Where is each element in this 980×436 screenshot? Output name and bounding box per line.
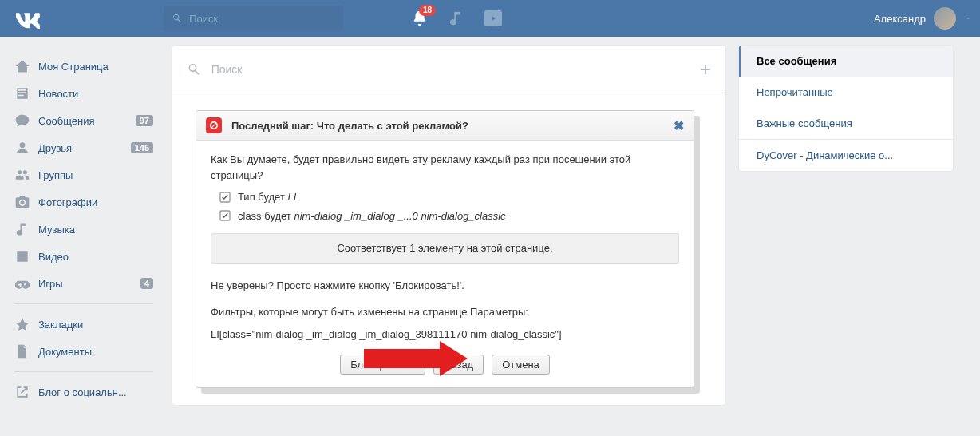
- modal-close-icon[interactable]: ✖: [674, 118, 684, 133]
- checkbox-label: Тип будет LI: [238, 189, 296, 205]
- filter-unread[interactable]: Непрочитанные: [739, 77, 953, 108]
- music-icon[interactable]: [448, 10, 465, 27]
- sidebar-item-label: Музыка: [38, 224, 75, 236]
- sidebar-item-my-page[interactable]: Моя Страница: [8, 53, 160, 80]
- video-icon: [14, 248, 30, 264]
- avatar: [934, 7, 956, 30]
- sidebar-item-news[interactable]: Новости: [8, 80, 160, 107]
- sidebar-item-messages[interactable]: Сообщения 97: [8, 107, 160, 134]
- top-icons: 18: [411, 10, 502, 27]
- friends-icon: [14, 140, 30, 156]
- filter-box: Все сообщения Непрочитанные Важные сообщ…: [738, 45, 954, 172]
- music2-icon: [14, 221, 30, 237]
- notifications-badge: 18: [419, 5, 436, 16]
- sidebar-item-label: Сообщения: [38, 115, 95, 127]
- filter-dycover[interactable]: DyCover - Динамические о...: [739, 140, 953, 171]
- sidebar-item-label: Документы: [38, 346, 92, 358]
- add-button[interactable]: +: [700, 58, 711, 81]
- search-icon: [187, 61, 202, 77]
- sidebar-item-label: Блог о социальн...: [38, 386, 127, 398]
- sidebar-item-friends[interactable]: Друзья 145: [8, 134, 160, 161]
- sidebar-item-label: Игры: [38, 278, 63, 290]
- sidebar: Моя Страница Новости Сообщения 97 Друзья…: [8, 45, 160, 406]
- sidebar-item-video[interactable]: Видео: [8, 243, 160, 270]
- play-indicator[interactable]: [484, 10, 502, 26]
- star-icon: [14, 316, 30, 332]
- checkbox-icon: [219, 209, 231, 222]
- topbar: 18 Александр: [0, 0, 980, 37]
- sidebar-item-music[interactable]: Музыка: [8, 216, 160, 243]
- top-search-input[interactable]: [189, 13, 335, 25]
- modal-title: Последний шаг: Что делать с этой рекламо…: [231, 120, 468, 132]
- sidebar-item-label: Фотографии: [38, 196, 97, 208]
- modal-body: Как Вы думаете, будет правильно видеть э…: [196, 141, 694, 342]
- sidebar-item-photos[interactable]: Фотографии: [8, 188, 160, 216]
- main-search-row: +: [172, 46, 725, 93]
- stop-icon: [206, 117, 222, 133]
- modal-header: Последний шаг: Что делать с этой рекламо…: [196, 111, 694, 141]
- filters-intro: Фильтры, которые могут быть изменены на …: [211, 304, 679, 320]
- adblock-modal: Последний шаг: Что делать с этой рекламо…: [196, 110, 694, 388]
- nav-separator: [14, 303, 153, 304]
- search-icon: [172, 12, 183, 25]
- vk-logo[interactable]: [16, 6, 40, 30]
- sidebar-item-bookmarks[interactable]: Закладки: [8, 311, 160, 338]
- unsure-text: Не уверены? Просто нажмите кнопку 'Блоки…: [211, 278, 679, 294]
- top-search[interactable]: [164, 6, 343, 31]
- sidebar-item-count: 4: [140, 278, 153, 289]
- checkbox-type[interactable]: Тип будет LI: [219, 189, 679, 205]
- messages-icon: [14, 113, 30, 129]
- sidebar-item-groups[interactable]: Группы: [8, 161, 160, 188]
- checkbox-icon: [219, 191, 231, 204]
- nav-separator: [14, 371, 153, 372]
- sidebar-item-label: Закладки: [38, 319, 83, 331]
- cancel-button[interactable]: Отмена: [492, 355, 550, 375]
- match-info: Соответствует 1 элементу на этой страниц…: [211, 233, 679, 264]
- news-icon: [14, 85, 30, 101]
- filter-all[interactable]: Все сообщения: [739, 46, 953, 77]
- sidebar-item-label: Новости: [38, 88, 78, 100]
- arrow-annotation: [364, 341, 468, 379]
- groups-icon: [14, 167, 30, 183]
- right-column: Все сообщения Непрочитанные Важные сообщ…: [738, 45, 954, 406]
- link-icon: [14, 384, 30, 400]
- sidebar-item-label: Группы: [38, 169, 73, 181]
- main-search-input[interactable]: [211, 63, 700, 76]
- sidebar-item-label: Видео: [38, 251, 69, 263]
- username: Александр: [874, 13, 926, 25]
- documents-icon: [14, 343, 30, 359]
- sidebar-item-count: 145: [131, 142, 153, 153]
- notifications-icon[interactable]: 18: [411, 10, 429, 27]
- filter-important[interactable]: Важные сообщения: [739, 108, 953, 139]
- photos-icon: [14, 194, 30, 210]
- sidebar-item-label: Друзья: [38, 142, 72, 154]
- home-icon: [14, 58, 30, 74]
- games-icon: [14, 275, 30, 291]
- checkbox-class[interactable]: class будет nim-dialog _im_dialog _...0 …: [219, 208, 679, 224]
- modal-question: Как Вы думаете, будет правильно видеть э…: [211, 152, 679, 183]
- sidebar-item-documents[interactable]: Документы: [8, 338, 160, 365]
- user-menu[interactable]: Александр: [874, 7, 972, 30]
- checkbox-label: class будет nim-dialog _im_dialog _...0 …: [238, 208, 506, 224]
- sidebar-item-blog[interactable]: Блог о социальн...: [8, 379, 160, 406]
- chevron-down-icon: [964, 14, 972, 22]
- sidebar-item-label: Моя Страница: [38, 61, 109, 73]
- sidebar-item-count: 97: [136, 115, 153, 126]
- sidebar-item-games[interactable]: Игры 4: [8, 270, 160, 297]
- filter-code: LI[class="nim-dialog _im_dialog _im_dial…: [211, 327, 679, 343]
